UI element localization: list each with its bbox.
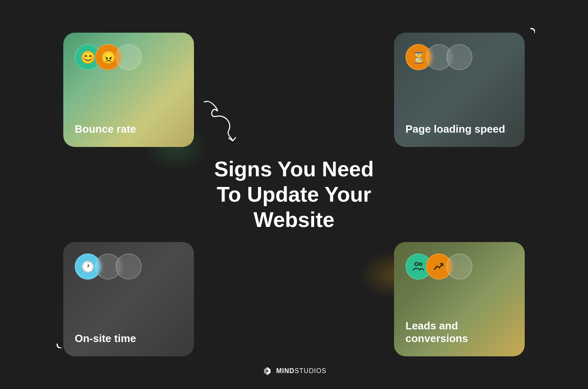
empty-circle-6 (446, 253, 472, 280)
leads-icons (405, 253, 513, 280)
mindstudios-logo-icon (261, 365, 273, 377)
mindstudios-logo: MINDSTUDIOS (261, 365, 326, 377)
main-title: Signs You Need To Update Your Website (214, 156, 374, 233)
empty-circle-1 (116, 44, 142, 70)
page-speed-card: ⏳ Page loading speed (394, 33, 525, 147)
svg-point-1 (419, 263, 422, 265)
onsite-time-card: 🕐 On-site time (63, 242, 194, 356)
empty-circle-5 (116, 253, 142, 280)
bounce-rate-label: Bounce rate (75, 123, 183, 136)
page-speed-label: Page loading speed (405, 123, 513, 136)
leads-conversions-card: Leads and conversions (394, 242, 525, 356)
onsite-time-icons: 🕐 (75, 253, 183, 280)
curly-arrow-decoration (196, 94, 257, 144)
empty-circle-3 (446, 44, 472, 70)
leads-label: Leads and conversions (405, 320, 513, 345)
mindstudios-text: MINDSTUDIOS (276, 367, 326, 375)
svg-point-0 (415, 262, 418, 266)
bounce-rate-card: 😊 😠 Bounce rate (63, 33, 194, 147)
onsite-time-label: On-site time (75, 332, 183, 345)
bounce-rate-icons: 😊 😠 (75, 44, 183, 70)
page-speed-icons: ⏳ (405, 44, 513, 70)
